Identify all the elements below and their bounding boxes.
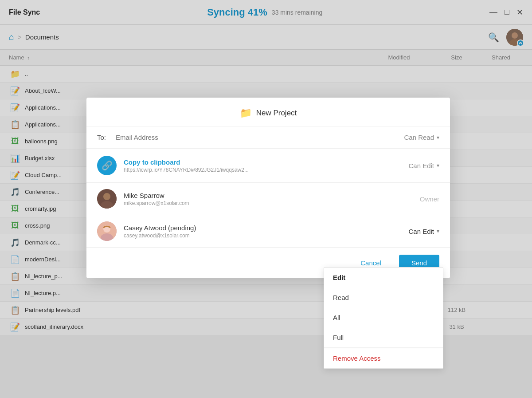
casey-name: Casey Atwood (pending) bbox=[124, 224, 401, 232]
share-modal: 📁 New Project To: Can Read ▾ 🔗 Copy to c… bbox=[86, 98, 450, 278]
dropdown-item-remove-access[interactable]: Remove Access bbox=[324, 348, 443, 368]
user-row-casey: Casey Atwood (pending) casey.atwood@x1so… bbox=[86, 215, 450, 248]
mike-email: mike.sparrow@x1solar.com bbox=[124, 200, 413, 206]
dropdown-item-read[interactable]: Read bbox=[324, 288, 443, 307]
casey-info: Casey Atwood (pending) casey.atwood@x1so… bbox=[124, 224, 401, 239]
can-read-dropdown[interactable]: Can Read ▾ bbox=[404, 134, 439, 141]
link-info: Copy to clipboard https://icwrp.io/Y78CN… bbox=[124, 158, 401, 173]
dropdown-item-full[interactable]: Full bbox=[324, 327, 443, 347]
chevron-down-icon-3: ▾ bbox=[437, 228, 439, 234]
copy-link-row: 🔗 Copy to clipboard https://icwrp.io/Y78… bbox=[86, 149, 450, 183]
link-icon-circle[interactable]: 🔗 bbox=[97, 156, 117, 175]
modal-header: 📁 New Project bbox=[86, 98, 450, 126]
can-read-label: Can Read bbox=[404, 134, 434, 141]
to-label: To: bbox=[97, 134, 110, 141]
copy-to-clipboard-label[interactable]: Copy to clipboard bbox=[124, 158, 401, 166]
link-icon: 🔗 bbox=[102, 160, 113, 171]
casey-can-edit-label: Can Edit bbox=[408, 228, 434, 235]
casey-email: casey.atwood@x1solar.com bbox=[124, 232, 401, 239]
mike-permission: Owner bbox=[420, 195, 439, 203]
casey-avatar bbox=[97, 221, 117, 241]
can-edit-label: Can Edit bbox=[408, 162, 434, 169]
dropdown-item-edit[interactable]: Edit bbox=[324, 268, 443, 288]
chevron-down-icon: ▾ bbox=[437, 134, 439, 141]
copy-link-url: https://icwrp.io/Y78CNAYRD#/892JG2J1/iwq… bbox=[124, 167, 401, 173]
svg-point-4 bbox=[103, 193, 110, 200]
user-row-mike: Mike Sparrow mike.sparrow@x1solar.com Ow… bbox=[86, 183, 450, 215]
chevron-down-icon-2: ▾ bbox=[437, 162, 439, 169]
permission-dropdown-menu: EditReadAllFullRemove Access bbox=[324, 267, 443, 369]
link-permission-dropdown[interactable]: Can Edit ▾ bbox=[408, 162, 439, 169]
mike-name: Mike Sparrow bbox=[124, 192, 413, 199]
mike-info: Mike Sparrow mike.sparrow@x1solar.com bbox=[124, 192, 413, 206]
to-row: To: Can Read ▾ bbox=[86, 126, 450, 149]
casey-permission-dropdown[interactable]: Can Edit ▾ bbox=[408, 228, 439, 235]
email-input[interactable] bbox=[116, 134, 399, 141]
modal-title: New Project bbox=[256, 109, 297, 118]
folder-icon: 📁 bbox=[240, 107, 252, 119]
mike-avatar bbox=[97, 189, 117, 209]
dropdown-item-all[interactable]: All bbox=[324, 307, 443, 327]
